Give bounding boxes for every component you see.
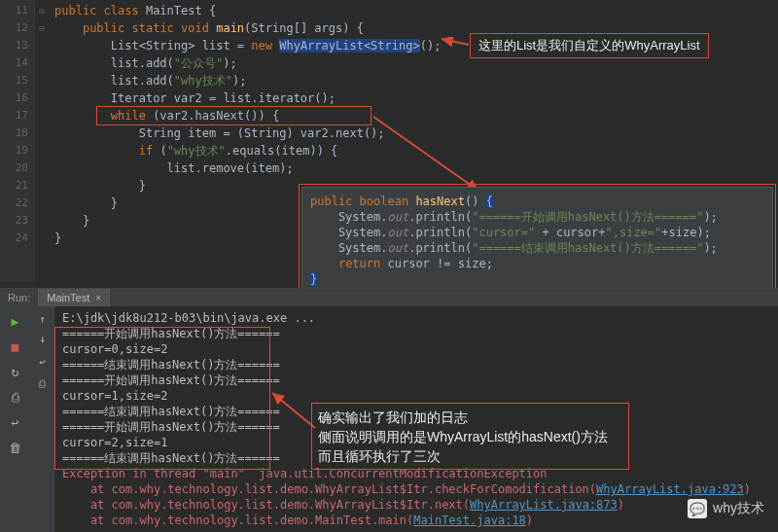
annotation-console-text: 确实输出了我们加的日志 侧面说明调用的是WhyArrayList的hasNext… <box>318 408 608 466</box>
run-label: Run: <box>0 292 38 303</box>
run-tab[interactable]: MainTest × <box>38 289 110 306</box>
run-header: Run: MainTest × <box>0 289 778 306</box>
print-icon2[interactable]: ⎙ <box>34 374 52 392</box>
soft-wrap-icon[interactable]: ↩ <box>34 353 52 371</box>
popup-code: public boolean hasNext() { System.out.pr… <box>302 188 772 293</box>
stack-link[interactable]: MainTest.java:18 <box>413 514 526 527</box>
wrap-icon[interactable]: ↩ <box>5 411 26 433</box>
run-toolbar-left: ▶ ■ ↻ ⎙ ↩ 🗑 <box>0 306 31 532</box>
line-gutter: 1112131415161718192021222324 <box>0 0 35 282</box>
stop-icon[interactable]: ■ <box>5 336 26 357</box>
stack-link[interactable]: WhyArrayList.java:873 <box>470 498 618 512</box>
quick-definition-popup[interactable]: public boolean hasNext() { System.out.pr… <box>301 187 773 301</box>
run-icon[interactable]: ▶ <box>5 310 26 332</box>
watermark: 💬 why技术 <box>688 499 764 518</box>
stack-link[interactable]: WhyArrayList.java:923 <box>596 482 744 496</box>
trash-icon[interactable]: 🗑 <box>5 437 26 458</box>
close-icon[interactable]: × <box>95 293 101 303</box>
fold-gutter: ⊟⊟ <box>35 0 49 282</box>
scroll-up-icon[interactable]: ↑ <box>34 310 52 328</box>
annotation-whyarraylist: 这里的List是我们自定义的WhyArrayList <box>470 33 709 58</box>
chat-icon: 💬 <box>688 499 707 518</box>
rerun-icon[interactable]: ↻ <box>5 361 26 382</box>
print-icon[interactable]: ⎙ <box>5 386 26 408</box>
scroll-down-icon[interactable]: ↑ <box>34 332 52 349</box>
run-toolbar-inner: ↑ ↑ ↩ ⎙ <box>31 306 54 532</box>
run-tab-title: MainTest <box>47 292 89 303</box>
